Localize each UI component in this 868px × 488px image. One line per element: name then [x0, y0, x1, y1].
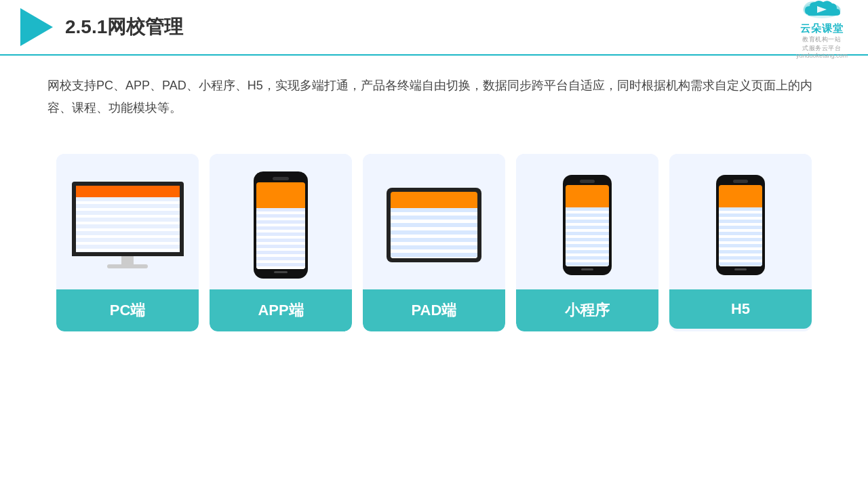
card-app: APP端: [210, 154, 352, 331]
card-h5-image: [669, 154, 812, 289]
card-app-image: [210, 154, 352, 289]
brand-name: 云朵课堂: [800, 22, 844, 35]
card-h5-label: H5: [669, 289, 812, 329]
card-pad: PAD端: [363, 154, 505, 331]
cloud-icon: [798, 0, 846, 21]
card-pad-label: PAD端: [363, 289, 505, 331]
logo-triangle-icon: [20, 8, 53, 46]
card-pc-label: PC端: [56, 289, 199, 331]
card-pad-image: [363, 154, 505, 289]
description-content: 网校支持PC、APP、PAD、小程序、H5，实现多端打通，产品各终端自由切换，数…: [47, 79, 812, 115]
page-title: 2.5.1网校管理: [65, 14, 183, 40]
brand-url: yunduoketang.com: [796, 52, 848, 59]
pc-monitor-icon: [72, 182, 184, 268]
card-miniapp: 小程序: [516, 154, 658, 331]
card-h5: H5: [669, 154, 812, 331]
card-pc: PC端: [56, 154, 199, 331]
h5-phone-icon: [716, 175, 765, 275]
description-text: 网校支持PC、APP、PAD、小程序、H5，实现多端打通，产品各终端自由切换，数…: [0, 56, 868, 134]
device-cards-container: PC端 APP端 PAD端 小程序: [0, 140, 868, 345]
miniapp-phone-icon: [563, 175, 612, 275]
card-pc-image: [56, 154, 199, 289]
header: 2.5.1网校管理 云朵课堂 教育机构一站式服务云平台 yunduoketang…: [0, 0, 868, 56]
card-miniapp-image: [516, 154, 658, 289]
brand-logo: 云朵课堂 教育机构一站式服务云平台 yunduoketang.com: [796, 0, 848, 59]
app-phone-icon: [254, 171, 308, 279]
card-app-label: APP端: [210, 289, 352, 331]
pad-tablet-icon: [387, 188, 481, 262]
brand-sub: 教育机构一站式服务云平台: [802, 35, 841, 52]
card-miniapp-label: 小程序: [516, 289, 658, 331]
